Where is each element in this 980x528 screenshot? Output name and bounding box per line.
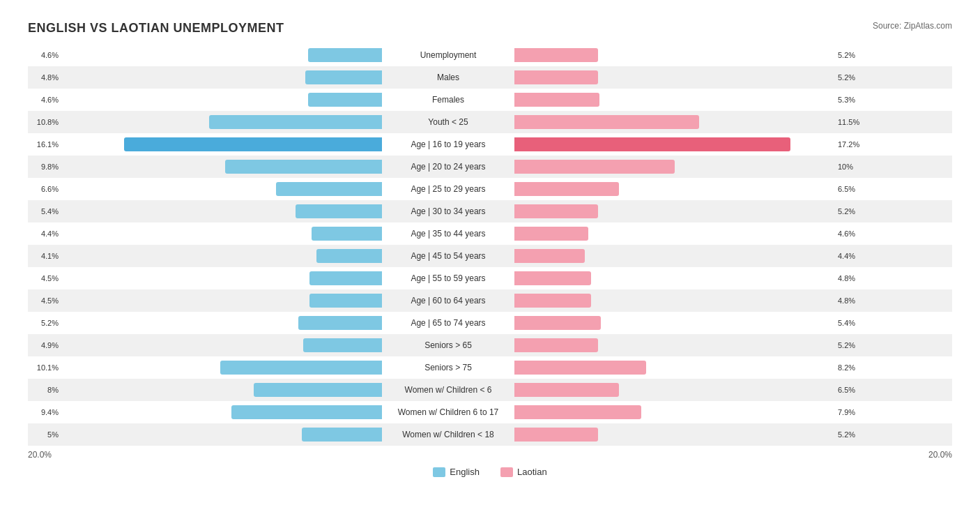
bar-label: Males (382, 73, 514, 82)
chart-title: ENGLISH VS LAOTIAN UNEMPLOYMENT (28, 21, 284, 36)
bar-label: Seniors > 75 (382, 363, 514, 372)
axis-label-right: 20.0% (928, 450, 952, 460)
bar-label: Age | 16 to 19 years (382, 139, 514, 149)
bar-laotian (514, 93, 599, 107)
value-laotian: 4.8% (835, 296, 868, 305)
value-laotian: 5.2% (835, 341, 868, 349)
value-english: 4.4% (28, 229, 61, 238)
legend-english: English (433, 467, 480, 477)
value-english: 4.9% (28, 341, 61, 349)
bar-english (298, 316, 382, 330)
bar-row: 8%Women w/ Children < 66.5% (28, 379, 952, 401)
axis-left: 20.0% (28, 450, 490, 460)
value-laotian: 8.2% (835, 363, 868, 372)
value-english: 16.1% (28, 140, 61, 149)
bar-laotian (514, 227, 588, 241)
value-english: 4.6% (28, 96, 61, 104)
bar-english (231, 405, 382, 419)
bar-laotian (514, 160, 675, 174)
bar-laotian (514, 383, 619, 397)
bar-row: 4.6%Females5.3% (28, 89, 952, 111)
bar-laotian (514, 361, 646, 375)
bar-label: Age | 55 to 59 years (382, 273, 514, 283)
bar-row: 4.5%Age | 55 to 59 years4.8% (28, 267, 952, 289)
value-english: 4.5% (28, 296, 61, 305)
value-laotian: 4.6% (835, 229, 868, 238)
bar-english (308, 48, 382, 62)
bar-label: Age | 65 to 74 years (382, 318, 514, 328)
value-english: 6.6% (28, 185, 61, 193)
bar-laotian (514, 338, 598, 352)
bar-english (225, 160, 382, 174)
value-english: 4.6% (28, 51, 61, 59)
bar-label: Seniors > 65 (382, 340, 514, 350)
bar-row: 4.1%Age | 45 to 54 years4.4% (28, 245, 952, 267)
legend-laotian-label: Laotian (517, 467, 547, 477)
bar-label: Women w/ Children < 18 (382, 430, 514, 439)
value-english: 5.4% (28, 207, 61, 216)
legend-laotian: Laotian (500, 467, 547, 477)
value-laotian: 4.4% (835, 252, 868, 260)
legend-laotian-color (500, 467, 513, 477)
bar-row: 4.6%Unemployment5.2% (28, 44, 952, 66)
value-english: 8% (28, 386, 61, 394)
chart-header: ENGLISH VS LAOTIAN UNEMPLOYMENT Source: … (28, 21, 952, 36)
bar-row: 5.4%Age | 30 to 34 years5.2% (28, 200, 952, 222)
bar-row: 10.1%Seniors > 758.2% (28, 356, 952, 379)
bar-laotian (514, 70, 598, 84)
bar-english (312, 227, 382, 241)
value-english: 9.8% (28, 163, 61, 171)
bar-english (309, 271, 382, 285)
bar-english (209, 115, 382, 129)
bar-label: Age | 20 to 24 years (382, 162, 514, 172)
value-english: 4.8% (28, 73, 61, 82)
bar-laotian (514, 204, 598, 218)
axis-label-left: 20.0% (28, 450, 52, 460)
bar-label: Youth < 25 (382, 117, 514, 127)
bar-row: 16.1%Age | 16 to 19 years17.2% (28, 133, 952, 156)
bar-laotian (514, 249, 585, 263)
value-laotian: 6.5% (835, 386, 868, 394)
bar-label: Women w/ Children < 6 (382, 385, 514, 395)
value-laotian: 7.9% (835, 408, 868, 416)
bar-english (309, 294, 382, 308)
bar-english (302, 428, 382, 442)
bar-english (308, 93, 382, 107)
axis-row: 20.0% 20.0% (28, 450, 952, 460)
bar-label: Age | 45 to 54 years (382, 251, 514, 261)
bar-label: Age | 30 to 34 years (382, 206, 514, 216)
chart-container: ENGLISH VS LAOTIAN UNEMPLOYMENT Source: … (14, 14, 966, 491)
bar-row: 9.8%Age | 20 to 24 years10% (28, 156, 952, 178)
bar-label: Age | 60 to 64 years (382, 296, 514, 306)
bar-row: 4.4%Age | 35 to 44 years4.6% (28, 222, 952, 245)
bar-english (276, 182, 382, 196)
axis-right: 20.0% (490, 450, 952, 460)
chart-body: 4.6%Unemployment5.2%4.8%Males5.2%4.6%Fem… (28, 44, 952, 446)
value-laotian: 5.4% (835, 319, 868, 327)
value-english: 4.1% (28, 252, 61, 260)
bar-row: 5.2%Age | 65 to 74 years5.4% (28, 312, 952, 334)
value-laotian: 5.2% (835, 73, 868, 82)
value-laotian: 17.2% (835, 140, 868, 149)
value-laotian: 6.5% (835, 185, 868, 193)
bar-laotian (514, 115, 699, 129)
bar-english (220, 361, 382, 375)
value-laotian: 5.2% (835, 430, 868, 439)
bar-english (316, 249, 382, 263)
bar-laotian (514, 428, 598, 442)
bar-laotian (514, 48, 598, 62)
bar-row: 4.9%Seniors > 655.2% (28, 334, 952, 356)
value-laotian: 5.2% (835, 207, 868, 216)
value-english: 10.8% (28, 118, 61, 126)
bar-laotian (514, 271, 591, 285)
legend-english-color (433, 467, 445, 477)
bar-english (303, 338, 382, 352)
bar-row: 4.5%Age | 60 to 64 years4.8% (28, 289, 952, 312)
bar-laotian (514, 182, 619, 196)
legend-english-label: English (450, 467, 480, 477)
bar-row: 6.6%Age | 25 to 29 years6.5% (28, 178, 952, 200)
bar-laotian (514, 405, 641, 419)
value-laotian: 11.5% (835, 118, 868, 126)
bar-label: Women w/ Children 6 to 17 (382, 407, 514, 417)
bar-laotian (514, 137, 790, 151)
